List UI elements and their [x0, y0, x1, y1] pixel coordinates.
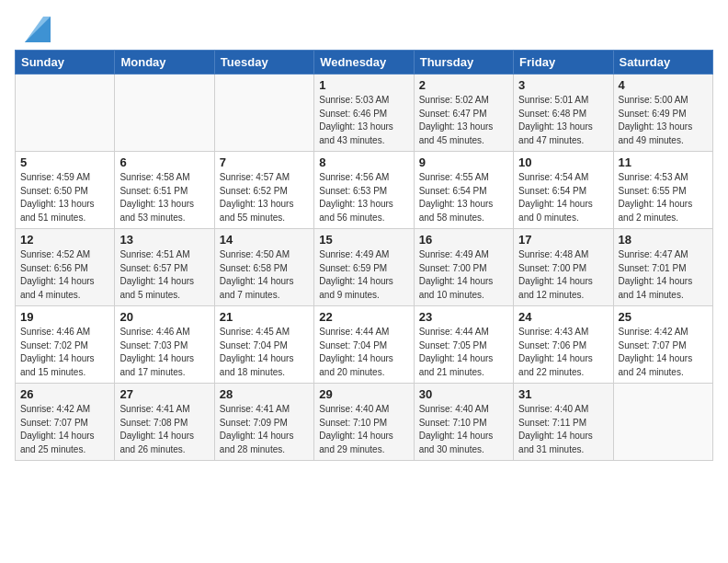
- day-number: 21: [220, 310, 309, 324]
- day-info: Sunrise: 4:43 AM Sunset: 7:06 PM Dayligh…: [518, 326, 608, 379]
- header-day-wednesday: Wednesday: [314, 51, 414, 75]
- header-row: SundayMondayTuesdayWednesdayThursdayFrid…: [16, 51, 713, 75]
- day-number: 14: [220, 233, 309, 247]
- day-info: Sunrise: 4:44 AM Sunset: 7:05 PM Dayligh…: [419, 326, 508, 379]
- day-info: Sunrise: 4:58 AM Sunset: 6:51 PM Dayligh…: [119, 171, 209, 224]
- header-day-monday: Monday: [115, 51, 214, 75]
- day-number: 3: [518, 78, 608, 92]
- calendar-cell: 13Sunrise: 4:51 AM Sunset: 6:57 PM Dayli…: [115, 229, 214, 306]
- day-info: Sunrise: 4:42 AM Sunset: 7:07 PM Dayligh…: [20, 403, 109, 456]
- calendar-wrapper: SundayMondayTuesdayWednesdayThursdayFrid…: [0, 50, 728, 476]
- calendar-week-3: 12Sunrise: 4:52 AM Sunset: 6:56 PM Dayli…: [16, 229, 713, 306]
- day-info: Sunrise: 4:45 AM Sunset: 7:04 PM Dayligh…: [220, 326, 309, 379]
- calendar-cell: 8Sunrise: 4:56 AM Sunset: 6:53 PM Daylig…: [314, 152, 414, 229]
- day-number: 11: [619, 155, 708, 169]
- calendar-cell: [16, 75, 115, 152]
- day-info: Sunrise: 4:44 AM Sunset: 7:04 PM Dayligh…: [319, 326, 408, 379]
- calendar-cell: 31Sunrise: 4:40 AM Sunset: 7:11 PM Dayli…: [514, 384, 613, 461]
- calendar-cell: 30Sunrise: 4:40 AM Sunset: 7:10 PM Dayli…: [414, 384, 513, 461]
- day-number: 5: [20, 155, 109, 169]
- day-info: Sunrise: 4:46 AM Sunset: 7:02 PM Dayligh…: [20, 326, 109, 379]
- header-day-tuesday: Tuesday: [214, 51, 313, 75]
- calendar-table: SundayMondayTuesdayWednesdayThursdayFrid…: [15, 50, 713, 461]
- day-info: Sunrise: 5:02 AM Sunset: 6:47 PM Dayligh…: [419, 94, 508, 147]
- calendar-cell: 3Sunrise: 5:01 AM Sunset: 6:48 PM Daylig…: [514, 75, 613, 152]
- day-info: Sunrise: 4:40 AM Sunset: 7:10 PM Dayligh…: [419, 403, 508, 456]
- svg-marker-1: [25, 17, 51, 42]
- logo: [22, 17, 51, 42]
- day-info: Sunrise: 4:50 AM Sunset: 6:58 PM Dayligh…: [220, 248, 309, 302]
- page-header: [0, 0, 728, 50]
- calendar-cell: 2Sunrise: 5:02 AM Sunset: 6:47 PM Daylig…: [414, 75, 513, 152]
- calendar-cell: [613, 384, 712, 461]
- header-day-thursday: Thursday: [414, 51, 513, 75]
- day-number: 23: [419, 310, 508, 324]
- calendar-cell: 12Sunrise: 4:52 AM Sunset: 6:56 PM Dayli…: [16, 229, 115, 306]
- day-info: Sunrise: 4:56 AM Sunset: 6:53 PM Dayligh…: [319, 171, 408, 224]
- calendar-cell: 17Sunrise: 4:48 AM Sunset: 7:00 PM Dayli…: [514, 229, 613, 306]
- calendar-cell: 28Sunrise: 4:41 AM Sunset: 7:09 PM Dayli…: [214, 384, 313, 461]
- calendar-cell: 24Sunrise: 4:43 AM Sunset: 7:06 PM Dayli…: [514, 306, 613, 384]
- logo-icon: [25, 17, 51, 42]
- day-number: 6: [119, 155, 209, 169]
- calendar-cell: 4Sunrise: 5:00 AM Sunset: 6:49 PM Daylig…: [613, 75, 712, 152]
- header-day-sunday: Sunday: [16, 51, 115, 75]
- day-info: Sunrise: 4:48 AM Sunset: 7:00 PM Dayligh…: [518, 248, 608, 302]
- day-info: Sunrise: 4:46 AM Sunset: 7:03 PM Dayligh…: [119, 326, 209, 379]
- day-number: 4: [619, 78, 708, 92]
- day-number: 15: [319, 233, 408, 247]
- day-number: 19: [20, 310, 109, 324]
- day-info: Sunrise: 4:57 AM Sunset: 6:52 PM Dayligh…: [220, 171, 309, 224]
- calendar-week-1: 1Sunrise: 5:03 AM Sunset: 6:46 PM Daylig…: [16, 75, 713, 152]
- calendar-week-2: 5Sunrise: 4:59 AM Sunset: 6:50 PM Daylig…: [16, 152, 713, 229]
- calendar-cell: 26Sunrise: 4:42 AM Sunset: 7:07 PM Dayli…: [16, 384, 115, 461]
- calendar-cell: 29Sunrise: 4:40 AM Sunset: 7:10 PM Dayli…: [314, 384, 414, 461]
- day-info: Sunrise: 5:03 AM Sunset: 6:46 PM Dayligh…: [319, 94, 408, 147]
- day-number: 12: [20, 233, 109, 247]
- header-day-saturday: Saturday: [613, 51, 712, 75]
- calendar-cell: 25Sunrise: 4:42 AM Sunset: 7:07 PM Dayli…: [613, 306, 712, 384]
- day-number: 8: [319, 155, 408, 169]
- day-number: 22: [319, 310, 408, 324]
- calendar-week-4: 19Sunrise: 4:46 AM Sunset: 7:02 PM Dayli…: [16, 306, 713, 384]
- day-number: 29: [319, 387, 408, 401]
- day-number: 20: [119, 310, 209, 324]
- calendar-cell: 23Sunrise: 4:44 AM Sunset: 7:05 PM Dayli…: [414, 306, 513, 384]
- day-number: 9: [419, 155, 508, 169]
- header-day-friday: Friday: [514, 51, 613, 75]
- calendar-cell: 7Sunrise: 4:57 AM Sunset: 6:52 PM Daylig…: [214, 152, 313, 229]
- day-info: Sunrise: 4:53 AM Sunset: 6:55 PM Dayligh…: [619, 171, 708, 224]
- calendar-cell: 20Sunrise: 4:46 AM Sunset: 7:03 PM Dayli…: [115, 306, 214, 384]
- calendar-cell: 10Sunrise: 4:54 AM Sunset: 6:54 PM Dayli…: [514, 152, 613, 229]
- calendar-cell: 6Sunrise: 4:58 AM Sunset: 6:51 PM Daylig…: [115, 152, 214, 229]
- day-info: Sunrise: 4:40 AM Sunset: 7:10 PM Dayligh…: [319, 403, 408, 456]
- day-info: Sunrise: 4:42 AM Sunset: 7:07 PM Dayligh…: [619, 326, 708, 379]
- day-number: 30: [419, 387, 508, 401]
- day-info: Sunrise: 5:00 AM Sunset: 6:49 PM Dayligh…: [619, 94, 708, 147]
- day-number: 27: [119, 387, 209, 401]
- day-info: Sunrise: 4:41 AM Sunset: 7:09 PM Dayligh…: [220, 403, 309, 456]
- day-info: Sunrise: 4:52 AM Sunset: 6:56 PM Dayligh…: [20, 248, 109, 302]
- day-number: 18: [619, 233, 708, 247]
- day-number: 17: [518, 233, 608, 247]
- calendar-cell: [214, 75, 313, 152]
- day-info: Sunrise: 4:55 AM Sunset: 6:54 PM Dayligh…: [419, 171, 508, 224]
- day-info: Sunrise: 4:40 AM Sunset: 7:11 PM Dayligh…: [518, 403, 608, 456]
- calendar-header: SundayMondayTuesdayWednesdayThursdayFrid…: [16, 51, 713, 75]
- calendar-cell: 22Sunrise: 4:44 AM Sunset: 7:04 PM Dayli…: [314, 306, 414, 384]
- calendar-cell: 18Sunrise: 4:47 AM Sunset: 7:01 PM Dayli…: [613, 229, 712, 306]
- day-info: Sunrise: 4:49 AM Sunset: 7:00 PM Dayligh…: [419, 248, 508, 302]
- day-info: Sunrise: 4:54 AM Sunset: 6:54 PM Dayligh…: [518, 171, 608, 224]
- calendar-cell: 16Sunrise: 4:49 AM Sunset: 7:00 PM Dayli…: [414, 229, 513, 306]
- calendar-cell: 5Sunrise: 4:59 AM Sunset: 6:50 PM Daylig…: [16, 152, 115, 229]
- day-number: 24: [518, 310, 608, 324]
- day-number: 26: [20, 387, 109, 401]
- calendar-cell: [115, 75, 214, 152]
- day-number: 31: [518, 387, 608, 401]
- day-number: 1: [319, 78, 408, 92]
- day-info: Sunrise: 5:01 AM Sunset: 6:48 PM Dayligh…: [518, 94, 608, 147]
- day-info: Sunrise: 4:47 AM Sunset: 7:01 PM Dayligh…: [619, 248, 708, 302]
- day-info: Sunrise: 4:51 AM Sunset: 6:57 PM Dayligh…: [119, 248, 209, 302]
- calendar-body: 1Sunrise: 5:03 AM Sunset: 6:46 PM Daylig…: [16, 75, 713, 461]
- calendar-cell: 15Sunrise: 4:49 AM Sunset: 6:59 PM Dayli…: [314, 229, 414, 306]
